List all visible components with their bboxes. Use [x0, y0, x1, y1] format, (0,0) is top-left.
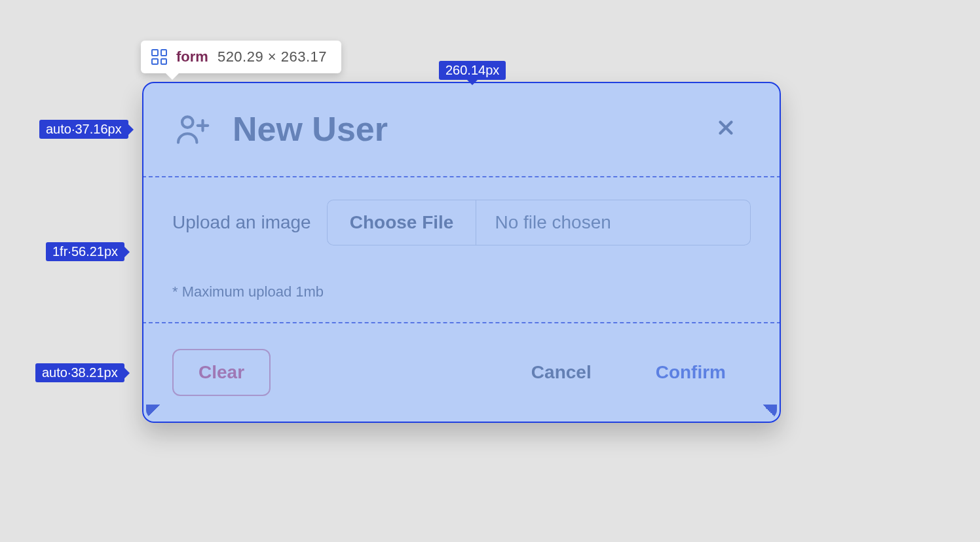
cancel-button[interactable]: Cancel: [506, 350, 616, 395]
file-status-text: No file chosen: [476, 200, 629, 245]
inspected-element-tag: form: [176, 48, 208, 65]
upload-row: Upload an image Choose File No file chos…: [172, 200, 751, 245]
grid-column-badge: 260.14px: [439, 61, 506, 80]
close-icon: [715, 117, 737, 141]
dialog-title: New User: [233, 109, 681, 149]
dialog-footer: Clear Cancel Confirm: [142, 322, 781, 423]
clear-button[interactable]: Clear: [172, 349, 271, 396]
dialog-header: New User: [142, 82, 781, 176]
dialog-body: Upload an image Choose File No file chos…: [142, 176, 781, 322]
grid-row-badge-2: 1fr·56.21px: [46, 242, 124, 261]
upload-label: Upload an image: [172, 212, 311, 233]
inspected-element-dimensions: 520.29 × 263.17: [217, 48, 327, 65]
upload-hint: * Maximum upload 1mb: [172, 283, 751, 300]
close-button[interactable]: [701, 104, 751, 154]
user-plus-icon: [172, 109, 213, 149]
svg-point-0: [182, 117, 193, 128]
grid-row-badge-3: auto·38.21px: [35, 363, 124, 382]
confirm-button[interactable]: Confirm: [631, 350, 751, 395]
grid-icon: [151, 49, 167, 65]
grid-row-badge-1: auto·37.16px: [39, 120, 128, 139]
file-input[interactable]: Choose File No file chosen: [327, 200, 751, 245]
devtools-tooltip: form 520.29 × 263.17: [141, 41, 341, 73]
choose-file-button[interactable]: Choose File: [328, 200, 477, 245]
new-user-dialog: New User Upload an image Choose File No …: [142, 82, 781, 423]
